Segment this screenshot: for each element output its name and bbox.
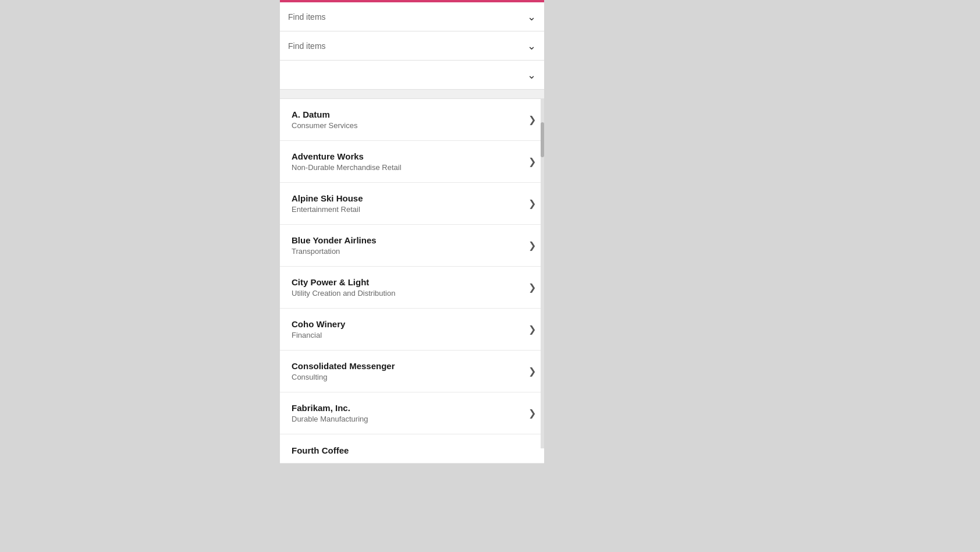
scrollbar[interactable] bbox=[541, 99, 544, 448]
list-item-title-city-power-light: City Power & Light bbox=[292, 277, 524, 287]
chevron-right-icon-blue-yonder-airlines: ❯ bbox=[528, 240, 536, 251]
list-item-subtitle-alpine-ski-house: Entertainment Retail bbox=[292, 205, 524, 214]
list-item-title-adventure-works: Adventure Works bbox=[292, 151, 524, 161]
chevron-right-icon-city-power-light: ❯ bbox=[528, 282, 536, 293]
chevron-down-icon-2: ⌄ bbox=[527, 40, 536, 52]
list-item-subtitle-city-power-light: Utility Creation and Distribution bbox=[292, 289, 524, 298]
list-item-subtitle-coho-winery: Financial bbox=[292, 331, 524, 339]
list-item-content-fabrikam-inc: Fabrikam, Inc. Durable Manufacturing bbox=[292, 403, 524, 423]
filter-label-3 bbox=[288, 70, 523, 80]
list-item-title-coho-winery: Coho Winery bbox=[292, 319, 524, 329]
scrollbar-thumb[interactable] bbox=[541, 122, 544, 157]
list-item-subtitle-blue-yonder-airlines: Transportation bbox=[292, 247, 524, 256]
list-item-alpine-ski-house[interactable]: Alpine Ski House Entertainment Retail ❯ bbox=[280, 183, 544, 225]
chevron-down-icon-3: ⌄ bbox=[527, 69, 536, 82]
list-item-a-datum[interactable]: A. Datum Consumer Services ❯ bbox=[280, 99, 544, 141]
list-item-title-fabrikam-inc: Fabrikam, Inc. bbox=[292, 403, 524, 413]
list-item-content-blue-yonder-airlines: Blue Yonder Airlines Transportation bbox=[292, 235, 524, 256]
filter-label-2: Find items bbox=[288, 41, 523, 51]
chevron-right-icon-adventure-works: ❯ bbox=[528, 156, 536, 167]
filter-label-1: Find items bbox=[288, 12, 523, 22]
list-item-title-alpine-ski-house: Alpine Ski House bbox=[292, 193, 524, 203]
list-item-title-fourth-coffee: Fourth Coffee bbox=[292, 445, 536, 455]
spacer bbox=[280, 90, 544, 99]
chevron-right-icon-fabrikam-inc: ❯ bbox=[528, 408, 536, 419]
list-item-consolidated-messenger[interactable]: Consolidated Messenger Consulting ❯ bbox=[280, 351, 544, 392]
list-item-subtitle-a-datum: Consumer Services bbox=[292, 121, 524, 130]
list-item-subtitle-consolidated-messenger: Consulting bbox=[292, 373, 524, 381]
list-item-city-power-light[interactable]: City Power & Light Utility Creation and … bbox=[280, 267, 544, 309]
list-item-title-a-datum: A. Datum bbox=[292, 109, 524, 119]
chevron-down-icon-1: ⌄ bbox=[527, 10, 536, 23]
list-item-blue-yonder-airlines[interactable]: Blue Yonder Airlines Transportation ❯ bbox=[280, 225, 544, 267]
list-item-fabrikam-inc[interactable]: Fabrikam, Inc. Durable Manufacturing ❯ bbox=[280, 392, 544, 434]
chevron-right-icon-coho-winery: ❯ bbox=[528, 324, 536, 335]
list-item-title-blue-yonder-airlines: Blue Yonder Airlines bbox=[292, 235, 524, 245]
list-item-subtitle-fabrikam-inc: Durable Manufacturing bbox=[292, 415, 524, 423]
list-item-content-consolidated-messenger: Consolidated Messenger Consulting bbox=[292, 361, 524, 381]
list-item-subtitle-adventure-works: Non-Durable Merchandise Retail bbox=[292, 163, 524, 172]
list-item-adventure-works[interactable]: Adventure Works Non-Durable Merchandise … bbox=[280, 141, 544, 183]
chevron-right-icon-consolidated-messenger: ❯ bbox=[528, 366, 536, 377]
list-item-title-consolidated-messenger: Consolidated Messenger bbox=[292, 361, 524, 371]
list-item-content-fourth-coffee: Fourth Coffee bbox=[292, 445, 536, 455]
list-item-coho-winery[interactable]: Coho Winery Financial ❯ bbox=[280, 309, 544, 351]
list-item-content-alpine-ski-house: Alpine Ski House Entertainment Retail bbox=[292, 193, 524, 214]
list-item-content-city-power-light: City Power & Light Utility Creation and … bbox=[292, 277, 524, 298]
filter-row-2[interactable]: Find items ⌄ bbox=[280, 31, 544, 61]
list-item-fourth-coffee[interactable]: Fourth Coffee bbox=[280, 434, 544, 463]
chevron-right-icon-a-datum: ❯ bbox=[528, 114, 536, 125]
filter-row-1[interactable]: Find items ⌄ bbox=[280, 2, 544, 31]
list-item-content-coho-winery: Coho Winery Financial bbox=[292, 319, 524, 339]
list-item-content-a-datum: A. Datum Consumer Services bbox=[292, 109, 524, 130]
filter-row-3[interactable]: ⌄ bbox=[280, 61, 544, 90]
chevron-right-icon-alpine-ski-house: ❯ bbox=[528, 198, 536, 209]
list-item-content-adventure-works: Adventure Works Non-Durable Merchandise … bbox=[292, 151, 524, 172]
